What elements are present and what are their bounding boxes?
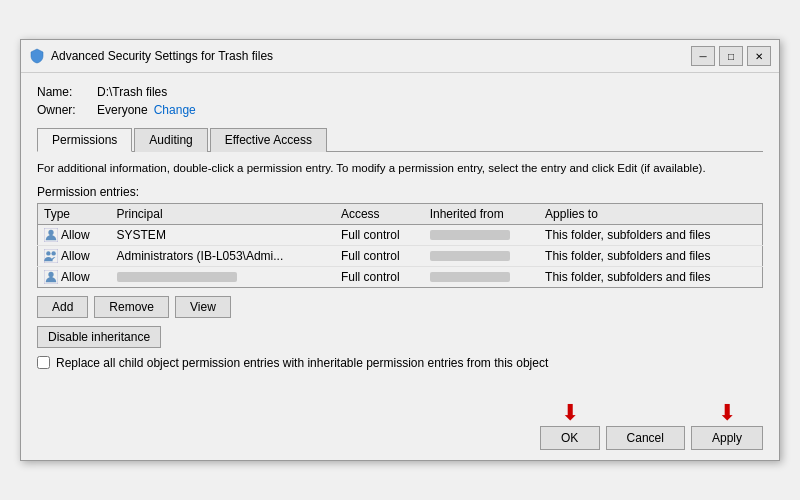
titlebar-left: Advanced Security Settings for Trash fil… [29, 48, 273, 64]
row1-principal: SYSTEM [111, 224, 335, 245]
replace-checkbox-row: Replace all child object permission entr… [37, 356, 763, 370]
svg-point-3 [51, 251, 55, 255]
row3-principal [111, 266, 335, 287]
tab-effective-access[interactable]: Effective Access [210, 128, 327, 152]
cancel-group: Cancel [606, 398, 685, 450]
table-row[interactable]: Allow SYSTEM Full control This folder, s… [38, 224, 763, 245]
name-label: Name: [37, 85, 97, 99]
row3-access: Full control [335, 266, 424, 287]
user-group-icon [44, 249, 58, 263]
close-button[interactable]: ✕ [747, 46, 771, 66]
row3-inherited [424, 266, 539, 287]
checkbox-label: Replace all child object permission entr… [56, 356, 548, 370]
col-type: Type [38, 203, 111, 224]
owner-label: Owner: [37, 103, 97, 117]
ok-button[interactable]: OK [540, 426, 600, 450]
user-icon-2 [44, 270, 58, 284]
row1-type: Allow [38, 224, 111, 245]
row1-access: Full control [335, 224, 424, 245]
row2-applies: This folder, subfolders and files [539, 245, 762, 266]
shield-icon [29, 48, 45, 64]
row1-inherited [424, 224, 539, 245]
footer: ⬇ OK Cancel ⬇ Apply [21, 392, 779, 460]
table-row[interactable]: Allow Full control This folder, subfolde… [38, 266, 763, 287]
titlebar: Advanced Security Settings for Trash fil… [21, 40, 779, 73]
table-action-buttons: Add Remove View [37, 296, 763, 318]
apply-arrow: ⬇ [718, 402, 736, 424]
tab-auditing[interactable]: Auditing [134, 128, 207, 152]
remove-button[interactable]: Remove [94, 296, 169, 318]
ok-arrow: ⬇ [561, 402, 579, 424]
disable-inheritance-button[interactable]: Disable inheritance [37, 326, 161, 348]
apply-button[interactable]: Apply [691, 426, 763, 450]
row3-type: Allow [38, 266, 111, 287]
row2-access: Full control [335, 245, 424, 266]
permissions-section-label: Permission entries: [37, 185, 763, 199]
ok-group: ⬇ OK [540, 402, 600, 450]
col-principal: Principal [111, 203, 335, 224]
row1-applies: This folder, subfolders and files [539, 224, 762, 245]
name-value: D:\Trash files [97, 85, 167, 99]
cancel-button[interactable]: Cancel [606, 426, 685, 450]
col-access: Access [335, 203, 424, 224]
svg-point-2 [46, 251, 50, 255]
change-link[interactable]: Change [154, 103, 196, 117]
row2-type: Allow [38, 245, 111, 266]
owner-value: Everyone [97, 103, 148, 117]
table-header: Type Principal Access Inherited from App… [38, 203, 763, 224]
apply-group: ⬇ Apply [691, 402, 763, 450]
name-row: Name: D:\Trash files [37, 85, 763, 99]
row3-applies: This folder, subfolders and files [539, 266, 762, 287]
titlebar-controls: ─ □ ✕ [691, 46, 771, 66]
svg-point-0 [48, 229, 53, 234]
replace-checkbox[interactable] [37, 356, 50, 369]
user-icon [44, 228, 58, 242]
permission-table: Type Principal Access Inherited from App… [37, 203, 763, 288]
row2-inherited [424, 245, 539, 266]
col-applies-to: Applies to [539, 203, 762, 224]
minimize-button[interactable]: ─ [691, 46, 715, 66]
maximize-button[interactable]: □ [719, 46, 743, 66]
table-header-row: Type Principal Access Inherited from App… [38, 203, 763, 224]
owner-row: Owner: Everyone Change [37, 103, 763, 117]
content-area: Name: D:\Trash files Owner: Everyone Cha… [21, 73, 779, 391]
table-body: Allow SYSTEM Full control This folder, s… [38, 224, 763, 287]
row2-principal: Administrators (IB-L053\Admi... [111, 245, 335, 266]
description-text: For additional information, double-click… [37, 160, 763, 176]
add-button[interactable]: Add [37, 296, 88, 318]
svg-point-5 [48, 271, 53, 276]
col-inherited-from: Inherited from [424, 203, 539, 224]
table-row[interactable]: Allow Administrators (IB-L053\Admi... Fu… [38, 245, 763, 266]
window-title: Advanced Security Settings for Trash fil… [51, 49, 273, 63]
tab-bar: Permissions Auditing Effective Access [37, 127, 763, 152]
tab-permissions[interactable]: Permissions [37, 128, 132, 152]
view-button[interactable]: View [175, 296, 231, 318]
main-window: Advanced Security Settings for Trash fil… [20, 39, 780, 460]
